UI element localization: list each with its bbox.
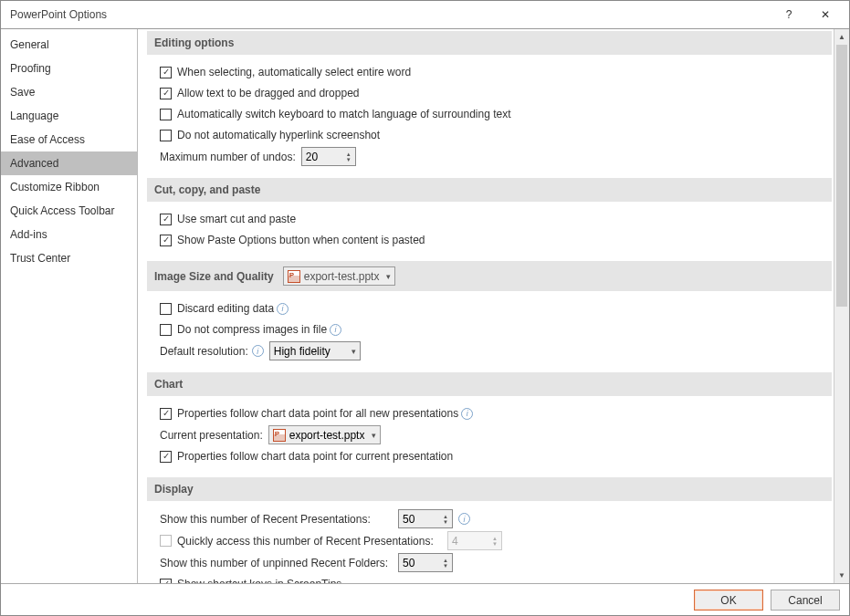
label-smart-cut-paste: Use smart cut and paste (177, 213, 296, 225)
spinner-buttons-icon[interactable]: ▲▼ (346, 151, 352, 162)
checkbox-chart-props-all[interactable] (160, 408, 172, 420)
label-default-resolution: Default resolution: (160, 345, 248, 358)
checkbox-paste-options[interactable] (160, 235, 172, 246)
label-quick-access-recent: Quickly access this number of Recent Pre… (177, 535, 447, 548)
sidebar-item-trust-center[interactable]: Trust Center (1, 246, 137, 270)
label-discard-editing-data: Discard editing data (177, 302, 274, 315)
info-icon[interactable] (252, 345, 264, 357)
section-cut-head: Cut, copy, and paste (147, 178, 832, 202)
label-chart-props-current: Properties follow chart data point for c… (177, 450, 453, 463)
spinner-buttons-icon: ▲▼ (492, 536, 498, 547)
vertical-scrollbar[interactable]: ▲ ▼ (834, 29, 849, 583)
spinner-max-undos-value: 20 (306, 151, 318, 163)
scroll-thumb[interactable] (836, 45, 847, 307)
powerpoint-file-icon (273, 429, 286, 442)
checkbox-no-hyperlink-screenshot[interactable] (160, 130, 172, 141)
close-button[interactable]: ✕ (807, 2, 844, 27)
label-drag-drop: Allow text to be dragged and dropped (177, 87, 359, 99)
options-content: Editing options When selecting, automati… (138, 29, 834, 583)
dropdown-current-presentation-value: export-test.pptx (289, 429, 365, 442)
label-shortcut-screentips: Show shortcut keys in ScreenTips (177, 578, 341, 583)
dialog-footer: OK Cancel (1, 583, 849, 616)
dropdown-image-file-value: export-test.pptx (304, 270, 380, 283)
spinner-buttons-icon[interactable]: ▲▼ (443, 514, 448, 525)
checkbox-select-entire-word[interactable] (160, 67, 172, 78)
sidebar-item-language[interactable]: Language (1, 104, 137, 128)
sidebar-item-proofing[interactable]: Proofing (1, 57, 137, 80)
spinner-buttons-icon[interactable]: ▲▼ (443, 558, 448, 569)
spinner-quick-access-value: 4 (452, 535, 458, 548)
sidebar-item-customize-ribbon[interactable]: Customize Ribbon (1, 175, 137, 199)
dropdown-default-resolution-value: High fidelity (274, 345, 331, 358)
checkbox-smart-cut-paste[interactable] (160, 214, 172, 225)
spinner-recent-folders-value: 50 (403, 557, 415, 569)
ok-button[interactable]: OK (694, 590, 763, 611)
section-image-head: Image Size and Quality export-test.pptx (147, 261, 832, 291)
label-chart-props-all: Properties follow chart data point for a… (177, 407, 458, 420)
checkbox-auto-keyboard[interactable] (160, 109, 172, 120)
dropdown-current-presentation[interactable]: export-test.pptx (268, 425, 382, 444)
label-recent-folders: Show this number of unpinned Recent Fold… (160, 557, 393, 569)
label-current-presentation: Current presentation: (160, 429, 263, 442)
dropdown-default-resolution[interactable]: High fidelity (269, 341, 361, 360)
label-no-compress: Do not compress images in file (177, 323, 327, 336)
label-max-undos: Maximum number of undos: (160, 151, 296, 163)
checkbox-drag-drop[interactable] (160, 88, 172, 99)
sidebar-item-add-ins[interactable]: Add-ins (1, 223, 137, 246)
spinner-recent-presentations-value: 50 (403, 513, 415, 526)
section-image-title: Image Size and Quality (154, 270, 274, 283)
chevron-down-icon (386, 272, 391, 281)
checkbox-chart-props-current[interactable] (160, 451, 172, 463)
scroll-down-icon[interactable]: ▼ (834, 568, 849, 583)
sidebar-item-advanced[interactable]: Advanced (1, 151, 137, 175)
cancel-button[interactable]: Cancel (771, 590, 840, 611)
label-paste-options: Show Paste Options button when content i… (177, 234, 425, 246)
spinner-quick-access-recent: 4 ▲▼ (447, 531, 502, 550)
info-icon[interactable] (277, 303, 289, 315)
info-icon[interactable] (461, 408, 473, 420)
scroll-track[interactable] (834, 45, 849, 568)
checkbox-discard-editing-data[interactable] (160, 303, 172, 315)
window-title: PowerPoint Options (10, 8, 771, 21)
label-recent-presentations: Show this number of Recent Presentations… (160, 513, 393, 526)
titlebar: PowerPoint Options ? ✕ (1, 1, 849, 28)
chevron-down-icon (352, 347, 356, 356)
sidebar-item-quick-access-toolbar[interactable]: Quick Access Toolbar (1, 199, 137, 223)
dropdown-image-file[interactable]: export-test.pptx (283, 266, 396, 286)
chevron-down-icon (372, 431, 376, 440)
label-no-hyperlink-screenshot: Do not automatically hyperlink screensho… (177, 129, 380, 141)
scroll-up-icon[interactable]: ▲ (834, 29, 849, 45)
sidebar-item-ease-of-access[interactable]: Ease of Access (1, 128, 137, 151)
label-select-entire-word: When selecting, automatically select ent… (177, 66, 411, 78)
options-sidebar: General Proofing Save Language Ease of A… (1, 29, 138, 583)
section-editing-head: Editing options (147, 31, 832, 55)
section-display-head: Display (147, 477, 832, 501)
label-auto-keyboard: Automatically switch keyboard to match l… (177, 108, 511, 120)
checkbox-quick-access-recent[interactable] (160, 535, 172, 547)
info-icon[interactable] (330, 324, 341, 336)
sidebar-item-save[interactable]: Save (1, 80, 137, 104)
powerpoint-file-icon (288, 270, 300, 283)
info-icon[interactable] (458, 513, 470, 525)
spinner-recent-folders[interactable]: 50 ▲▼ (398, 553, 453, 572)
checkbox-no-compress[interactable] (160, 324, 172, 336)
checkbox-shortcut-screentips[interactable] (160, 579, 172, 584)
section-chart-head: Chart (147, 372, 832, 396)
spinner-recent-presentations[interactable]: 50 ▲▼ (398, 509, 453, 528)
spinner-max-undos[interactable]: 20 ▲▼ (301, 147, 356, 166)
sidebar-item-general[interactable]: General (1, 33, 137, 57)
help-button[interactable]: ? (771, 2, 807, 27)
